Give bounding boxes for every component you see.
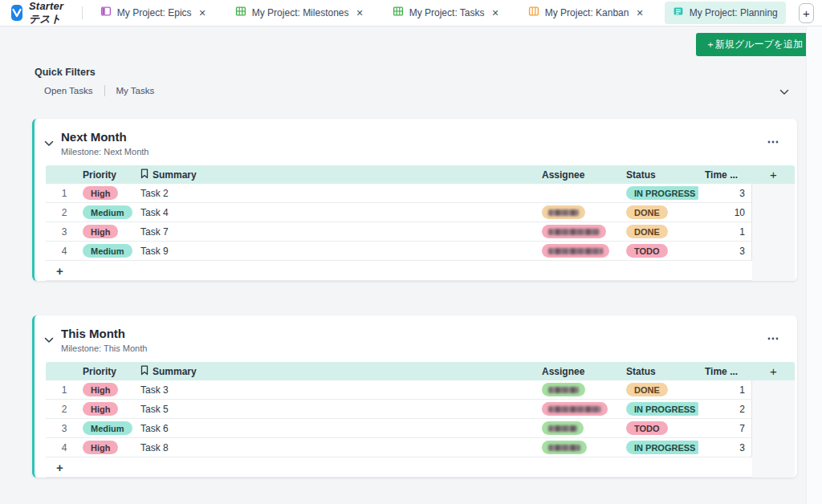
add-task-row: + xyxy=(46,457,795,478)
status-badge[interactable]: DONE xyxy=(626,205,668,219)
column-summary[interactable]: Summary xyxy=(140,169,534,181)
close-icon[interactable]: ✕ xyxy=(199,9,206,18)
add-column-button[interactable]: + xyxy=(752,364,795,378)
assignee-pill[interactable] xyxy=(542,205,585,219)
status-badge[interactable]: TODO xyxy=(626,244,668,258)
status-badge[interactable]: IN PROGRESS xyxy=(626,402,703,416)
product-name: Starterテスト xyxy=(29,0,71,26)
table-row[interactable]: 1 High Task 2 IN PROGRESS 3 xyxy=(46,184,795,203)
table-row[interactable]: 3 High Task 7 DONE 1 xyxy=(46,222,795,242)
table-row[interactable]: 4 Medium Task 9 TODO 3 xyxy=(46,242,795,261)
table-row[interactable]: 2 High Task 5 IN PROGRESS 2 xyxy=(46,400,795,419)
row-number: 2 xyxy=(46,400,83,419)
column-status[interactable]: Status xyxy=(618,366,698,377)
group-subtitle: Milestone: Next Month xyxy=(61,147,149,156)
tab-epics[interactable]: My Project: Epics ✕ xyxy=(92,2,214,24)
row-number: 3 xyxy=(46,419,83,438)
column-summary[interactable]: Summary xyxy=(140,365,534,378)
priority-badge[interactable]: Medium xyxy=(83,205,132,219)
priority-badge[interactable]: High xyxy=(83,383,118,396)
redacted-name xyxy=(548,229,600,235)
chevron-down-icon[interactable] xyxy=(779,84,789,99)
row-number: 1 xyxy=(46,380,83,400)
tab-planning[interactable]: My Project: Planning xyxy=(665,2,786,24)
table-row[interactable]: 2 Medium Task 4 DONE 10 xyxy=(46,203,795,222)
filter-open-tasks[interactable]: Open Tasks xyxy=(44,86,104,96)
column-assignee[interactable]: Assignee xyxy=(534,366,618,377)
quick-filters-title: Quick Filters xyxy=(35,67,789,78)
assignee-pill[interactable] xyxy=(542,383,585,396)
kanban-icon xyxy=(528,6,539,20)
priority-badge[interactable]: High xyxy=(83,225,118,238)
close-icon[interactable]: ✕ xyxy=(492,9,499,18)
app-logo[interactable]: Starterテスト xyxy=(11,0,71,26)
row-gutter xyxy=(752,242,795,261)
time-value: 1 xyxy=(698,222,752,242)
assignee-pill[interactable] xyxy=(542,441,587,454)
add-task-button[interactable]: + xyxy=(46,457,752,478)
priority-badge[interactable]: High xyxy=(83,441,118,454)
scrollbar-track[interactable] xyxy=(806,26,822,504)
assignee-pill[interactable] xyxy=(542,402,608,416)
more-options-icon[interactable] xyxy=(767,133,779,148)
column-status[interactable]: Status xyxy=(618,169,698,181)
add-group-button[interactable]: ＋新規グループを追加 xyxy=(696,33,812,56)
table-row[interactable]: 4 High Task 8 IN PROGRESS 3 xyxy=(46,438,795,457)
group-card-next-month: Next Month Milestone: Next Month Priorit… xyxy=(32,119,797,281)
row-gutter xyxy=(752,203,795,222)
task-summary[interactable]: Task 8 xyxy=(140,438,534,457)
status-badge[interactable]: DONE xyxy=(626,383,668,396)
row-gutter xyxy=(752,261,795,281)
task-summary[interactable]: Task 3 xyxy=(140,380,534,400)
assignee-pill[interactable] xyxy=(542,244,609,258)
add-tab-button[interactable]: + xyxy=(799,3,814,23)
task-summary[interactable]: Task 9 xyxy=(140,242,534,261)
tab-label: My Project: Planning xyxy=(690,7,778,18)
add-task-button[interactable]: + xyxy=(46,261,752,281)
assignee-pill[interactable] xyxy=(542,421,584,435)
assignee-pill[interactable] xyxy=(542,225,606,238)
task-summary[interactable]: Task 2 xyxy=(140,184,534,203)
task-summary[interactable]: Task 7 xyxy=(140,222,534,242)
add-column-button[interactable]: + xyxy=(752,168,795,181)
task-summary[interactable]: Task 4 xyxy=(140,203,534,222)
column-priority[interactable]: Priority xyxy=(83,169,140,181)
status-badge[interactable]: IN PROGRESS xyxy=(626,186,703,200)
column-time[interactable]: Time ... xyxy=(698,366,752,377)
tab-milestones[interactable]: My Project: Milestones ✕ xyxy=(227,2,372,24)
column-priority[interactable]: Priority xyxy=(83,366,140,377)
row-number: 4 xyxy=(46,242,83,261)
table-row[interactable]: 1 High Task 3 DONE 1 xyxy=(46,380,795,400)
column-assignee[interactable]: Assignee xyxy=(534,169,618,181)
chevron-down-icon[interactable] xyxy=(44,332,54,347)
redacted-name xyxy=(548,387,579,393)
tasks-table: Priority Summary Assignee Status Time ..… xyxy=(46,362,795,478)
tab-tasks[interactable]: My Project: Tasks ✕ xyxy=(385,2,507,24)
priority-badge[interactable]: Medium xyxy=(83,244,132,258)
task-summary[interactable]: Task 6 xyxy=(140,419,534,438)
status-badge[interactable]: TODO xyxy=(626,421,668,435)
row-number: 3 xyxy=(46,222,83,242)
close-icon[interactable]: ✕ xyxy=(356,9,363,18)
time-value: 2 xyxy=(698,400,752,419)
task-summary[interactable]: Task 5 xyxy=(140,400,534,419)
redacted-name xyxy=(548,425,577,432)
app-logo-icon xyxy=(11,5,22,21)
group-header: This Month Milestone: This Month xyxy=(35,315,797,360)
table-grid-icon xyxy=(235,6,246,20)
priority-badge[interactable]: High xyxy=(83,402,118,416)
more-options-icon[interactable] xyxy=(767,330,779,344)
filter-my-tasks[interactable]: My Tasks xyxy=(105,86,166,96)
row-gutter xyxy=(752,184,795,203)
close-icon[interactable]: ✕ xyxy=(636,9,643,18)
status-badge[interactable]: DONE xyxy=(626,225,668,238)
priority-badge[interactable]: High xyxy=(83,186,118,200)
tab-kanban[interactable]: My Project: Kanban ✕ xyxy=(520,2,652,24)
priority-badge[interactable]: Medium xyxy=(83,421,132,435)
table-row[interactable]: 3 Medium Task 6 TODO 7 xyxy=(46,419,795,438)
group-subtitle: Milestone: This Month xyxy=(61,343,147,353)
status-badge[interactable]: IN PROGRESS xyxy=(626,441,703,454)
chevron-down-icon[interactable] xyxy=(44,136,54,150)
column-time[interactable]: Time ... xyxy=(698,169,752,181)
table-grid-icon xyxy=(393,6,404,20)
